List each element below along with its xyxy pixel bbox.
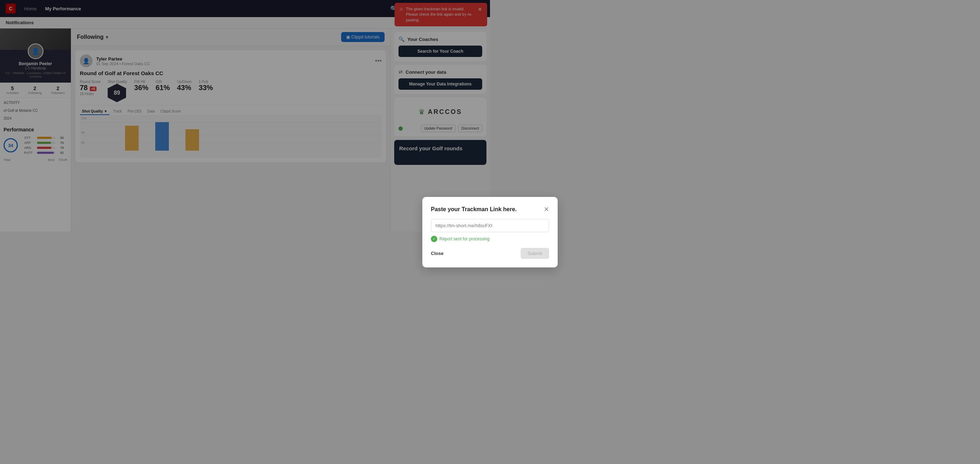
trackman-modal: Paste your Trackman Link here. ✕ ✓ Repor… <box>422 197 490 232</box>
modal-title: Paste your Trackman Link here. <box>431 206 490 213</box>
modal-header: Paste your Trackman Link here. ✕ <box>431 205 490 213</box>
trackman-link-input[interactable] <box>431 219 490 232</box>
modal-overlay[interactable]: Paste your Trackman Link here. ✕ ✓ Repor… <box>0 0 490 232</box>
